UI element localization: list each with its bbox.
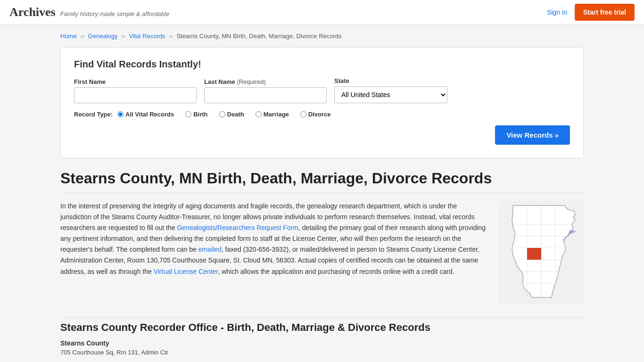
tagline: Family history made simple & affordable [60, 10, 169, 17]
radio-death[interactable]: Death [219, 111, 244, 118]
radio-all-vital-label: All Vital Records [125, 111, 174, 118]
view-records-button[interactable]: View Records » [495, 125, 570, 145]
section2: Stearns County Recorder Office - Birth, … [60, 317, 584, 356]
breadcrumb-sep2: ›› [121, 33, 125, 40]
content-text: In the interest of preserving the integr… [60, 201, 487, 306]
section2-title: Stearns County Recorder Office - Birth, … [60, 317, 584, 334]
content-section: In the interest of preserving the integr… [60, 201, 584, 306]
breadcrumb-sep1: ›› [80, 33, 84, 40]
svg-rect-11 [527, 248, 541, 260]
body-paragraph-1: In the interest of preserving the integr… [60, 201, 487, 277]
request-form-link[interactable]: Genealogists/Researchers Request Form [177, 224, 298, 231]
header-left: Archives Family history made simple & af… [9, 5, 169, 19]
content-area: Home ›› Genealogy ›› Vital Records ›› St… [51, 25, 593, 362]
radio-birth-input[interactable] [185, 111, 191, 117]
breadcrumb: Home ›› Genealogy ›› Vital Records ›› St… [60, 33, 584, 40]
first-name-input[interactable] [74, 87, 197, 103]
radio-marriage-input[interactable] [256, 111, 262, 117]
search-footer: View Records » [74, 125, 570, 145]
radio-marriage[interactable]: Marriage [256, 111, 289, 118]
required-badge: (Required) [237, 78, 265, 85]
header: Archives Family history made simple & af… [0, 0, 644, 25]
state-group: State All United States Alabama Alaska A… [334, 77, 447, 103]
record-type-label: Record Type: [74, 111, 113, 118]
radio-birth-label: Birth [193, 111, 207, 118]
record-type-row: Record Type: All Vital Records Birth Dea… [74, 111, 570, 118]
search-box: Find Vital Records Instantly! First Name… [60, 47, 584, 158]
page-title: Stearns County, MN Birth, Death, Marriag… [60, 170, 584, 193]
breadcrumb-genealogy[interactable]: Genealogy [88, 33, 118, 40]
last-name-group: Last Name (Required) [204, 78, 327, 103]
county-address: 705 Courthouse Sq, Rm 131, Admin Ctr [60, 349, 584, 356]
sign-in-link[interactable]: Sign in [547, 8, 567, 16]
radio-death-label: Death [227, 111, 244, 118]
first-name-label: First Name [74, 78, 197, 85]
state-select[interactable]: All United States Alabama Alaska Arizona… [334, 86, 447, 103]
search-form-row: First Name Last Name (Required) State Al… [74, 77, 570, 103]
breadcrumb-sep3: ›› [169, 33, 173, 40]
radio-all-vital[interactable]: All Vital Records [117, 111, 174, 118]
radio-birth[interactable]: Birth [185, 111, 207, 118]
breadcrumb-current: Stearns County, MN Birth, Death, Marriag… [176, 33, 341, 40]
radio-divorce-label: Divorce [308, 111, 331, 118]
email-link[interactable]: emailed [198, 246, 222, 253]
header-right: Sign in Start free trial [547, 4, 635, 21]
radio-marriage-label: Marriage [264, 111, 289, 118]
radio-divorce[interactable]: Divorce [300, 111, 331, 118]
last-name-label: Last Name (Required) [204, 78, 327, 85]
map-container [499, 201, 584, 306]
county-name: Stearns County [60, 339, 584, 347]
search-title: Find Vital Records Instantly! [74, 59, 570, 70]
start-trial-button[interactable]: Start free trial [575, 4, 635, 21]
archives-logo: Archives [9, 5, 56, 19]
breadcrumb-vital-records[interactable]: Vital Records [129, 33, 165, 40]
virtual-license-center-link[interactable]: Virtual License Center [154, 268, 218, 275]
state-label: State [334, 77, 447, 84]
radio-death-input[interactable] [219, 111, 225, 117]
radio-all-vital-input[interactable] [117, 111, 124, 117]
radio-divorce-input[interactable] [300, 111, 306, 117]
first-name-group: First Name [74, 78, 197, 103]
last-name-input[interactable] [204, 87, 327, 103]
minnesota-map [499, 201, 584, 304]
radio-group: All Vital Records Birth Death Marriage D… [117, 111, 335, 118]
breadcrumb-home[interactable]: Home [60, 33, 77, 40]
